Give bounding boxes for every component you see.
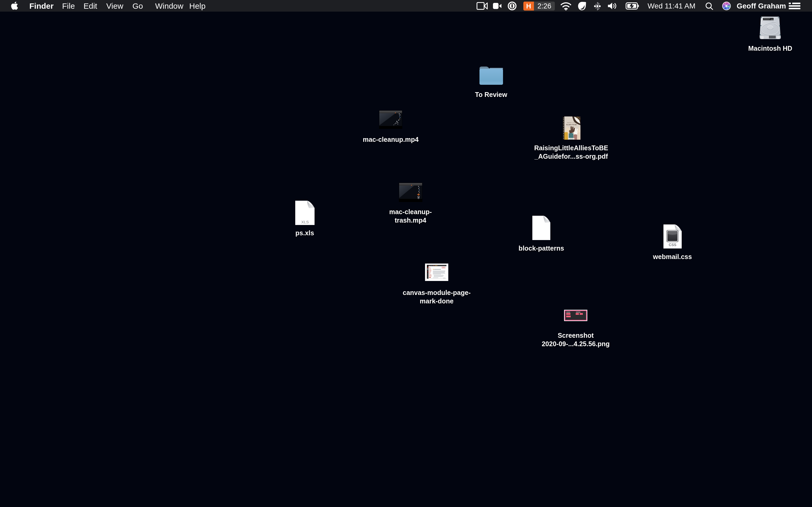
svg-text:XLS: XLS — [301, 220, 309, 224]
svg-text:RAISING LITTLE: RAISING LITTLE — [567, 122, 576, 123]
svg-text:CSS: CSS — [669, 243, 676, 247]
svg-text:ALLIES-TO-BE: ALLIES-TO-BE — [566, 124, 577, 125]
